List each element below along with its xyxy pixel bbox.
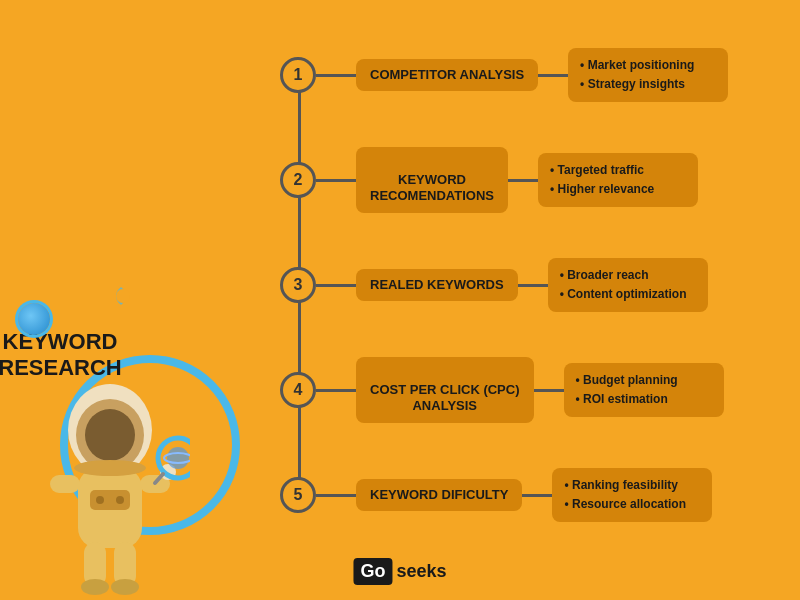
main-container: KEYWORD RESEARCH — [0, 0, 800, 600]
svg-point-13 — [96, 496, 104, 504]
step-number-5: 5 — [280, 477, 316, 513]
step-label-5: KEYWORD DIFICULTY — [356, 479, 522, 512]
connector-detail-4 — [534, 389, 564, 392]
detail-5-item-2: Resource allocation — [564, 495, 700, 514]
connector-2 — [316, 179, 356, 182]
step-row-5: 5 KEYWORD DIFICULTY Ranking feasibility … — [280, 450, 790, 540]
moon-decoration — [110, 285, 132, 307]
logo-seeks: seeks — [396, 561, 446, 582]
step-row-2: 2 KEYWORD RECOMENDATIONS Targeted traffi… — [280, 135, 790, 225]
connector-4 — [316, 389, 356, 392]
step-label-1: COMPETITOR ANALYSIS — [356, 59, 538, 92]
step-label-2: KEYWORD RECOMENDATIONS — [356, 147, 508, 214]
step-row-1: 1 COMPETITOR ANALYSIS Market positioning… — [280, 30, 790, 120]
svg-rect-5 — [50, 475, 80, 493]
detail-2-item-2: Higher relevance — [550, 180, 686, 199]
diagram-section: 1 COMPETITOR ANALYSIS Market positioning… — [280, 30, 790, 540]
step-row-3: 3 REALED KEYWORDS Broader reach Content … — [280, 240, 790, 330]
step-number-1: 1 — [280, 57, 316, 93]
step-row-4: 4 COST PER CLICK (CPC) ANALYSIS Budget p… — [280, 345, 790, 435]
svg-point-10 — [81, 579, 109, 595]
svg-point-11 — [111, 579, 139, 595]
detail-3-item-1: Broader reach — [560, 266, 696, 285]
detail-box-3: Broader reach Content optimization — [548, 258, 708, 312]
step-number-2: 2 — [280, 162, 316, 198]
connector-1 — [316, 74, 356, 77]
step-label-2-text: KEYWORD RECOMENDATIONS — [370, 172, 494, 204]
detail-4-item-2: ROI estimation — [576, 390, 712, 409]
svg-point-3 — [85, 409, 135, 461]
detail-5-item-1: Ranking feasibility — [564, 476, 700, 495]
logo-go: Go — [353, 558, 392, 585]
svg-point-15 — [74, 460, 146, 476]
detail-1-item-1: Market positioning — [580, 56, 716, 75]
connector-detail-1 — [538, 74, 568, 77]
detail-1-item-2: Strategy insights — [580, 75, 716, 94]
step-number-3: 3 — [280, 267, 316, 303]
svg-point-0 — [116, 289, 130, 303]
svg-point-14 — [116, 496, 124, 504]
detail-box-1: Market positioning Strategy insights — [568, 48, 728, 102]
connector-detail-3 — [518, 284, 548, 287]
connector-detail-2 — [508, 179, 538, 182]
step-label-4-text: COST PER CLICK (CPC) ANALYSIS — [370, 382, 520, 414]
connector-5 — [316, 494, 356, 497]
detail-box-4: Budget planning ROI estimation — [564, 363, 724, 417]
step-label-4: COST PER CLICK (CPC) ANALYSIS — [356, 357, 534, 424]
detail-4-item-1: Budget planning — [576, 371, 712, 390]
step-label-3: REALED KEYWORDS — [356, 269, 518, 302]
connector-detail-5 — [522, 494, 552, 497]
detail-3-item-2: Content optimization — [560, 285, 696, 304]
logo-section: Go seeks — [353, 558, 446, 585]
detail-box-2: Targeted traffic Higher relevance — [538, 153, 698, 207]
step-number-4: 4 — [280, 372, 316, 408]
astronaut-illustration — [30, 350, 190, 570]
detail-2-item-1: Targeted traffic — [550, 161, 686, 180]
detail-box-5: Ranking feasibility Resource allocation — [552, 468, 712, 522]
svg-point-18 — [167, 447, 189, 469]
connector-3 — [316, 284, 356, 287]
